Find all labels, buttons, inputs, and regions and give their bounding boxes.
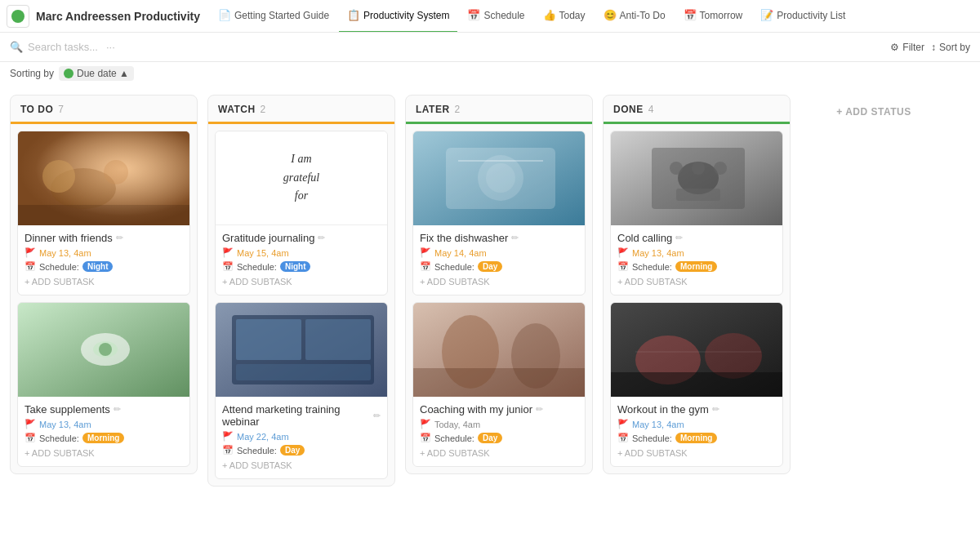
top-nav: Marc Andreessen Productivity 📄 Getting S… <box>0 0 980 33</box>
cal-icon: 📅 <box>24 433 36 443</box>
card-gym[interactable]: Workout in the gym ✏ 🚩 May 13, 4am 📅 Sch… <box>610 302 783 467</box>
card-gym-date: 🚩 May 13, 4am <box>617 419 776 429</box>
add-subtask-webinar[interactable]: + ADD SUBTASK <box>222 459 381 472</box>
sort-chip[interactable]: Due date ▲ <box>59 66 134 81</box>
cal-icon: 📅 <box>222 445 234 456</box>
add-status-label: + ADD STATUS <box>836 106 911 118</box>
due-date-icon <box>64 69 74 78</box>
card-gratitude-body: Gratitude journaling ✏ 🚩 May 15, 4am 📅 S… <box>216 225 387 295</box>
card-dishwasher-date: 🚩 May 14, 4am <box>420 247 578 258</box>
svg-rect-13 <box>236 364 371 380</box>
search-more-icon: ··· <box>106 41 115 53</box>
add-subtask-supplements[interactable]: + ADD SUBTASK <box>24 447 183 460</box>
flag-icon: 🚩 <box>617 247 629 258</box>
column-later: LATER 2 <box>405 95 593 474</box>
card-cold-calling-date: 🚩 May 13, 4am <box>617 247 776 258</box>
search-placeholder: Search tasks... <box>28 41 98 53</box>
card-coaching-image <box>413 303 585 397</box>
add-subtask-cold-calling[interactable]: + ADD SUBTASK <box>617 275 776 288</box>
badge-day: Day <box>280 445 305 456</box>
add-subtask-gratitude[interactable]: + ADD SUBTASK <box>222 275 381 288</box>
svg-rect-33 <box>611 372 783 397</box>
edit-icon: ✏ <box>536 404 543 415</box>
badge-day: Day <box>478 433 502 443</box>
cal-icon: 📅 <box>24 261 36 272</box>
sort-icon: ↕ <box>931 42 936 53</box>
card-supplements-body: Take supplements ✏ 🚩 May 13, 4am 📅 Sched… <box>18 397 189 466</box>
tab-today[interactable]: 👍 Today <box>535 0 594 33</box>
toolbar: 🔍 Search tasks... ··· ⚙ Filter ↕ Sort by <box>0 33 980 62</box>
calendar-icon: 📅 <box>467 9 480 21</box>
tab-anti-to-do[interactable]: 😊 Anti-To Do <box>595 0 674 33</box>
card-gym-image <box>611 303 782 397</box>
add-status-button[interactable]: + ADD STATUS <box>800 95 947 118</box>
edit-icon: ✏ <box>114 404 121 415</box>
later-cards-area: Fix the dishwasher ✏ 🚩 May 14, 4am 📅 Sch… <box>406 124 592 473</box>
svg-point-1 <box>51 168 116 209</box>
tomorrow-icon: 📅 <box>684 9 697 21</box>
svg-rect-11 <box>236 319 301 360</box>
edit-icon: ✏ <box>318 233 325 243</box>
tab-schedule-label: Schedule <box>483 10 524 21</box>
flag-icon: 🚩 <box>24 419 36 429</box>
tab-tomorrow[interactable]: 📅 Tomorrow <box>675 0 751 33</box>
column-later-count: 2 <box>455 104 461 115</box>
add-subtask-dishwasher[interactable]: + ADD SUBTASK <box>420 275 578 288</box>
sort-bar: Sorting by Due date ▲ <box>0 62 980 85</box>
cal-icon: 📅 <box>420 433 431 443</box>
tab-productivity-list[interactable]: 📝 Productivity List <box>752 0 853 33</box>
card-cold-calling-title: Cold calling ✏ <box>617 232 776 244</box>
card-dishwasher-image <box>413 131 585 225</box>
column-todo-header: TO DO 7 <box>11 96 197 124</box>
card-supplements-image <box>18 303 189 397</box>
sort-label: Sort by <box>939 42 970 53</box>
column-done: DONE 4 <box>603 95 791 474</box>
done-cards-area: Cold calling ✏ 🚩 May 13, 4am 📅 Schedule:… <box>604 124 790 473</box>
card-dishwasher-body: Fix the dishwasher ✏ 🚩 May 14, 4am 📅 Sch… <box>413 225 585 295</box>
svg-point-3 <box>104 160 128 184</box>
card-dinner[interactable]: Dinner with friends ✏ 🚩 May 13, 4am 📅 Sc… <box>17 131 190 296</box>
card-dinner-schedule: 📅 Schedule: Night <box>24 261 183 272</box>
card-dishwasher[interactable]: Fix the dishwasher ✏ 🚩 May 14, 4am 📅 Sch… <box>412 131 586 296</box>
app-logo <box>7 5 29 28</box>
tab-getting-started-label: Getting Started Guide <box>234 10 329 21</box>
svg-rect-18 <box>458 160 543 162</box>
tab-anti-to-do-label: Anti-To Do <box>620 10 666 21</box>
card-gratitude-image: I amgratefulfor <box>216 131 387 225</box>
svg-point-27 <box>692 162 705 175</box>
edit-icon: ✏ <box>511 233 519 243</box>
badge-morning: Morning <box>675 433 717 443</box>
svg-rect-0 <box>18 131 189 225</box>
flag-icon: 🚩 <box>420 247 431 258</box>
card-webinar[interactable]: Attend marketing training webinar ✏ 🚩 Ma… <box>215 302 388 479</box>
sort-button[interactable]: ↕ Sort by <box>931 42 970 53</box>
sorting-label: Sorting by <box>10 68 54 79</box>
add-subtask-gym[interactable]: + ADD SUBTASK <box>617 447 776 460</box>
edit-icon: ✏ <box>373 411 381 421</box>
badge-night: Night <box>280 261 311 272</box>
add-subtask-dinner[interactable]: + ADD SUBTASK <box>24 275 183 288</box>
card-dinner-title: Dinner with friends ✏ <box>24 232 183 244</box>
tab-today-label: Today <box>559 10 586 21</box>
svg-point-32 <box>705 333 762 379</box>
card-supplements-schedule: 📅 Schedule: Morning <box>24 433 183 443</box>
card-cold-calling-image <box>611 131 782 225</box>
card-dinner-date: 🚩 May 13, 4am <box>24 247 183 258</box>
card-webinar-title: Attend marketing training webinar ✏ <box>222 403 381 428</box>
tab-productivity-system[interactable]: 📋 Productivity System <box>339 0 457 33</box>
card-cold-calling[interactable]: Cold calling ✏ 🚩 May 13, 4am 📅 Schedule:… <box>610 131 783 296</box>
edit-icon: ✏ <box>712 404 719 415</box>
column-done-header: DONE 4 <box>604 96 790 124</box>
add-subtask-coaching[interactable]: + ADD SUBTASK <box>420 447 578 460</box>
tab-schedule[interactable]: 📅 Schedule <box>459 0 532 33</box>
card-coaching[interactable]: Coaching with my junior ✏ 🚩 Today, 4am 📅… <box>412 302 586 467</box>
tab-productivity-list-label: Productivity List <box>777 10 845 21</box>
svg-point-26 <box>670 162 683 175</box>
flag-icon: 🚩 <box>222 431 234 442</box>
filter-button[interactable]: ⚙ Filter <box>890 42 924 53</box>
card-coaching-body: Coaching with my junior ✏ 🚩 Today, 4am 📅… <box>413 397 585 466</box>
search-box[interactable]: 🔍 Search tasks... ··· <box>10 41 884 53</box>
card-gratitude[interactable]: I amgratefulfor Gratitude journaling ✏ 🚩… <box>215 131 388 296</box>
card-supplements[interactable]: Take supplements ✏ 🚩 May 13, 4am 📅 Sched… <box>17 302 190 467</box>
tab-getting-started[interactable]: 📄 Getting Started Guide <box>210 0 337 33</box>
